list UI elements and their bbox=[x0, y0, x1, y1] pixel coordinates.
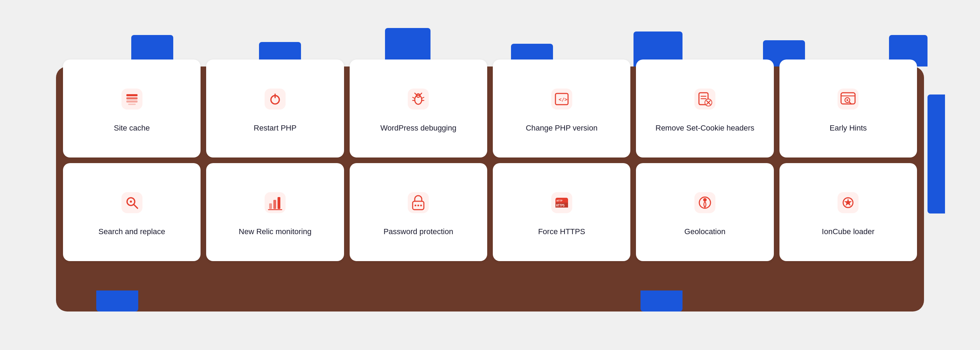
deco-block-bottom-1 bbox=[96, 291, 138, 312]
force-https-label: Force HTTPS bbox=[538, 226, 585, 237]
card-geolocation[interactable]: Geolocation bbox=[636, 163, 773, 261]
svg-point-55 bbox=[703, 198, 706, 202]
svg-point-47 bbox=[420, 204, 422, 206]
card-ioncube-loader[interactable]: IonCube loader bbox=[780, 163, 917, 261]
cards-grid: Site cache Restart PHP bbox=[63, 59, 917, 261]
svg-rect-41 bbox=[278, 197, 280, 209]
new-relic-monitoring-label: New Relic monitoring bbox=[239, 226, 312, 237]
search-and-replace-label: Search and replace bbox=[99, 226, 165, 237]
geolocation-icon bbox=[691, 189, 719, 216]
svg-point-46 bbox=[418, 204, 419, 206]
svg-rect-40 bbox=[274, 200, 276, 209]
new-relic-monitoring-icon bbox=[261, 189, 289, 216]
deco-block-bottom-2 bbox=[641, 291, 682, 312]
card-early-hints[interactable]: Early Hints bbox=[780, 59, 917, 158]
card-wordpress-debugging[interactable]: WordPress debugging bbox=[350, 59, 487, 158]
geolocation-label: Geolocation bbox=[684, 226, 725, 237]
password-protection-label: Password protection bbox=[383, 226, 453, 237]
scene: Site cache Restart PHP bbox=[35, 24, 945, 326]
svg-rect-5 bbox=[265, 89, 286, 110]
svg-rect-4 bbox=[128, 103, 136, 105]
svg-rect-1 bbox=[126, 94, 138, 96]
card-force-https[interactable]: HTTP HTTPS Force HTTPS bbox=[493, 163, 630, 261]
remove-set-cookie-label: Remove Set-Cookie headers bbox=[655, 123, 754, 134]
search-and-replace-icon bbox=[118, 189, 146, 216]
early-hints-icon bbox=[834, 85, 862, 113]
svg-point-33 bbox=[846, 99, 848, 101]
svg-rect-8 bbox=[408, 89, 429, 110]
blue-side-accent bbox=[928, 94, 945, 213]
site-cache-label: Site cache bbox=[114, 123, 150, 134]
svg-rect-34 bbox=[121, 192, 142, 213]
change-php-version-label: Change PHP version bbox=[526, 123, 597, 134]
ioncube-loader-label: IonCube loader bbox=[822, 226, 874, 237]
site-cache-icon bbox=[118, 85, 146, 113]
svg-point-37 bbox=[130, 200, 132, 203]
card-new-relic-monitoring[interactable]: New Relic monitoring bbox=[206, 163, 344, 261]
wordpress-debugging-label: WordPress debugging bbox=[380, 123, 457, 134]
svg-rect-2 bbox=[126, 97, 138, 99]
early-hints-label: Early Hints bbox=[829, 123, 867, 134]
svg-rect-39 bbox=[269, 204, 272, 209]
wordpress-debugging-icon bbox=[404, 85, 432, 113]
password-protection-icon bbox=[404, 189, 432, 216]
svg-point-45 bbox=[415, 204, 417, 206]
svg-text:HTTP: HTTP bbox=[557, 199, 562, 202]
svg-rect-3 bbox=[126, 100, 138, 103]
card-restart-php[interactable]: Restart PHP bbox=[206, 59, 344, 158]
card-search-and-replace[interactable]: Search and replace bbox=[63, 163, 200, 261]
restart-php-icon bbox=[261, 85, 289, 113]
card-site-cache[interactable]: Site cache bbox=[63, 59, 200, 158]
svg-text:HTTPS: HTTPS bbox=[556, 204, 565, 207]
restart-php-label: Restart PHP bbox=[254, 123, 296, 134]
remove-set-cookie-icon bbox=[691, 85, 719, 113]
force-https-icon: HTTP HTTPS bbox=[548, 189, 576, 216]
svg-rect-53 bbox=[694, 192, 715, 213]
card-password-protection[interactable]: Password protection bbox=[350, 163, 487, 261]
svg-text:</>: </> bbox=[558, 97, 567, 102]
change-php-version-icon: </> bbox=[548, 85, 576, 113]
ioncube-loader-icon bbox=[834, 189, 862, 216]
card-remove-set-cookie[interactable]: Remove Set-Cookie headers bbox=[636, 59, 773, 158]
card-change-php-version[interactable]: </> Change PHP version bbox=[493, 59, 630, 158]
